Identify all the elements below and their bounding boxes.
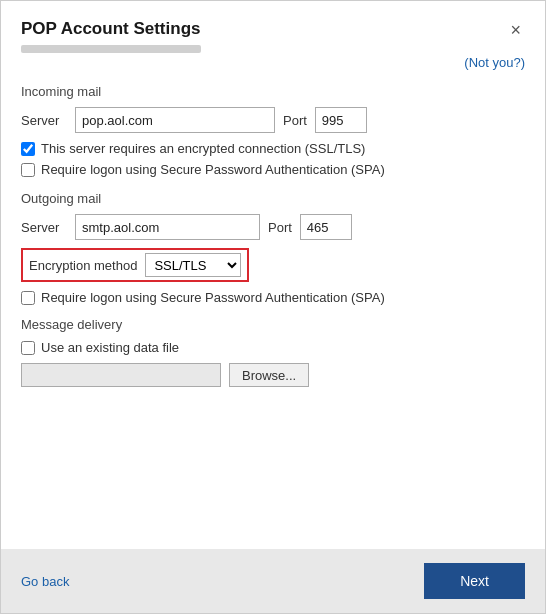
encryption-highlight-box: Encryption method SSL/TLS TLS STARTTLS N… <box>21 248 249 282</box>
outgoing-mail-label: Outgoing mail <box>21 191 525 206</box>
pop-account-settings-dialog: POP Account Settings × (Not you?) Incomi… <box>0 0 546 614</box>
not-you-link[interactable]: (Not you?) <box>1 55 545 70</box>
data-file-checkbox[interactable] <box>21 341 35 355</box>
outgoing-server-input[interactable] <box>75 214 260 240</box>
browse-row: Browse... <box>21 363 525 387</box>
encryption-select[interactable]: SSL/TLS TLS STARTTLS None <box>145 253 241 277</box>
outgoing-server-label: Server <box>21 220 67 235</box>
incoming-spa-label: Require logon using Secure Password Auth… <box>41 162 385 177</box>
message-delivery-section: Message delivery Use an existing data fi… <box>21 317 525 387</box>
data-file-row: Use an existing data file <box>21 340 525 355</box>
outgoing-spa-checkbox[interactable] <box>21 291 35 305</box>
outgoing-port-label: Port <box>268 220 292 235</box>
incoming-spa-row: Require logon using Secure Password Auth… <box>21 162 525 177</box>
go-back-button[interactable]: Go back <box>21 574 69 589</box>
incoming-port-input[interactable] <box>315 107 367 133</box>
incoming-port-label: Port <box>283 113 307 128</box>
data-file-label: Use an existing data file <box>41 340 179 355</box>
browse-button[interactable]: Browse... <box>229 363 309 387</box>
dialog-title: POP Account Settings <box>21 19 200 39</box>
incoming-mail-section: Incoming mail Server Port This server re… <box>21 84 525 177</box>
close-button[interactable]: × <box>506 19 525 41</box>
message-delivery-label: Message delivery <box>21 317 525 332</box>
outgoing-mail-section: Outgoing mail Server Port Encryption met… <box>21 191 525 305</box>
incoming-ssl-row: This server requires an encrypted connec… <box>21 141 525 156</box>
incoming-server-input[interactable] <box>75 107 275 133</box>
outgoing-spa-row: Require logon using Secure Password Auth… <box>21 290 525 305</box>
next-button[interactable]: Next <box>424 563 525 599</box>
incoming-server-label: Server <box>21 113 67 128</box>
data-file-path-input[interactable] <box>21 363 221 387</box>
subtitle-area <box>1 41 545 53</box>
subtitle-blur <box>21 45 201 53</box>
outgoing-server-row: Server Port <box>21 214 525 240</box>
outgoing-spa-label: Require logon using Secure Password Auth… <box>41 290 385 305</box>
incoming-mail-label: Incoming mail <box>21 84 525 99</box>
incoming-server-row: Server Port <box>21 107 525 133</box>
dialog-header: POP Account Settings × <box>1 1 545 41</box>
outgoing-port-input[interactable] <box>300 214 352 240</box>
encryption-method-wrapper: Encryption method SSL/TLS TLS STARTTLS N… <box>21 248 525 282</box>
encryption-label: Encryption method <box>29 258 137 273</box>
dialog-footer: Go back Next <box>1 549 545 613</box>
incoming-ssl-label: This server requires an encrypted connec… <box>41 141 365 156</box>
incoming-ssl-checkbox[interactable] <box>21 142 35 156</box>
incoming-spa-checkbox[interactable] <box>21 163 35 177</box>
dialog-body: Incoming mail Server Port This server re… <box>1 70 545 549</box>
